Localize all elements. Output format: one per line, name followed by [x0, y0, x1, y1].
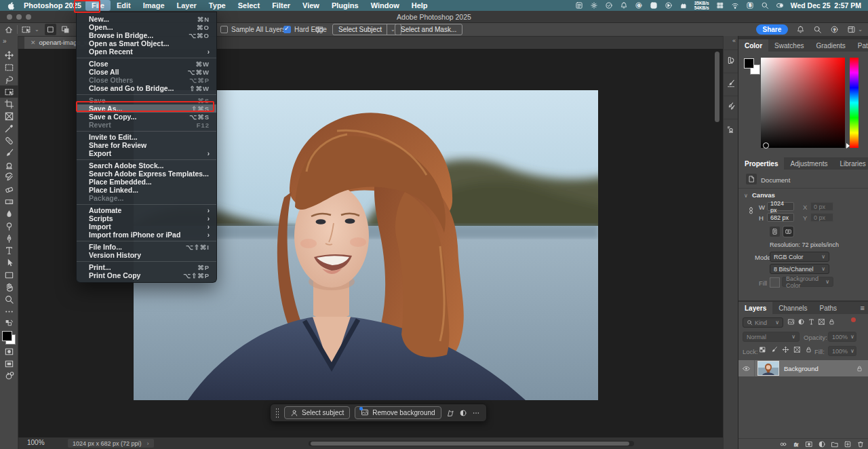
file-menu-item-close-all[interactable]: Close All⌥⌘W — [77, 68, 216, 76]
lock-brush-icon[interactable] — [770, 346, 778, 353]
file-menu-item-share-for-review[interactable]: Share for Review — [77, 141, 216, 149]
file-menu-item-save-a-copy[interactable]: Save a Copy...⌥⌘S — [77, 113, 216, 121]
document-info[interactable]: 1024 px x 682 px (72 ppi) › — [68, 439, 154, 448]
color-panel-swatches[interactable] — [744, 58, 760, 75]
opacity-select[interactable]: 100%∨ — [828, 332, 856, 342]
menubar-item-plugins[interactable]: Plugins — [326, 0, 365, 11]
blend-mode-select[interactable]: Normal∨ — [743, 332, 800, 342]
swap-colors-icon[interactable] — [5, 319, 14, 328]
file-menu-item-print[interactable]: Print...⌘P — [77, 263, 216, 271]
crop-tool[interactable] — [0, 98, 18, 110]
lock-frame-icon[interactable] — [793, 346, 801, 353]
clone-source-panel-button[interactable] — [724, 119, 738, 140]
folder-button[interactable] — [831, 440, 839, 448]
layer-lock-icon[interactable] — [856, 365, 863, 372]
menubar-item-window[interactable]: Window — [365, 0, 406, 11]
new-layer-button[interactable] — [844, 440, 852, 448]
quick-mask-button[interactable] — [4, 347, 14, 357]
file-menu-item-invite-to-edit[interactable]: Invite to Edit... — [77, 133, 216, 141]
toolbar-collapse-chevrons[interactable]: » — [3, 37, 7, 45]
link-layers-button[interactable] — [779, 440, 787, 448]
menubar-item-layer[interactable]: Layer — [171, 0, 203, 11]
layer-filter-select[interactable]: Kind∨ — [743, 317, 783, 328]
menubar-item-type[interactable]: Type — [203, 0, 232, 11]
taskbar-drag-handle[interactable] — [275, 408, 279, 418]
file-menu-item-import-from-iphone-or-ipad[interactable]: Import from iPhone or iPad› — [77, 231, 216, 239]
select-subject-taskbar-button[interactable]: Select subject — [284, 406, 350, 419]
object-selection-tool[interactable] — [0, 85, 18, 98]
lock-lock-icon[interactable] — [805, 346, 812, 353]
hue-slider-marker[interactable] — [846, 143, 850, 149]
brush-tool[interactable] — [0, 147, 18, 159]
file-menu-item-automate[interactable]: Automate› — [77, 206, 216, 214]
properties-tab-libraries[interactable]: Libraries — [834, 157, 868, 170]
close-tab-icon[interactable]: ✕ — [31, 39, 36, 46]
path-selection-tool[interactable] — [0, 256, 18, 269]
file-menu-item-close[interactable]: Close⌘W — [77, 60, 216, 68]
zoom-tool[interactable] — [0, 293, 18, 305]
file-menu-item-scripts[interactable]: Scripts› — [77, 214, 216, 222]
layer-fill-select[interactable]: 100%∨ — [828, 346, 856, 356]
settings-flower-icon[interactable] — [590, 1, 598, 9]
user-toggle-icon[interactable] — [776, 1, 784, 9]
menubar-item-view[interactable]: View — [296, 0, 326, 11]
link-dimensions-icon[interactable] — [747, 206, 755, 215]
tool-preset-picker[interactable]: ⌄ — [21, 23, 39, 36]
layer-row[interactable]: Background — [738, 360, 868, 376]
menu-bar-clock[interactable]: Wed Dec 25 2:57 PM — [791, 1, 861, 9]
fill-color-select[interactable]: Background Color∨ — [782, 277, 833, 287]
spot-healing-brush-tool[interactable] — [0, 134, 18, 147]
hand-tool[interactable] — [0, 281, 18, 293]
filter-adjustment-icon[interactable] — [797, 318, 805, 326]
home-button[interactable] — [4, 23, 14, 36]
file-menu-item-save-as[interactable]: Save As...⇧⌘S — [77, 104, 216, 113]
lock-move-icon[interactable] — [782, 346, 789, 353]
menubar-item-help[interactable]: Help — [406, 0, 434, 11]
filter-lock-icon[interactable] — [828, 318, 835, 326]
check-circle-icon[interactable] — [605, 1, 613, 9]
menubar-item-image[interactable]: Image — [137, 0, 171, 11]
hue-slider[interactable] — [850, 58, 859, 148]
search-icon[interactable] — [761, 1, 769, 9]
sample-all-layers-checkbox[interactable]: Sample All Layers — [220, 23, 285, 36]
clone-stamp-tool[interactable] — [0, 159, 18, 171]
new-selection-mode-button[interactable] — [45, 24, 56, 35]
workspace-switcher[interactable]: ⌄ — [847, 25, 863, 34]
brush-settings-panel-button[interactable] — [724, 73, 738, 94]
canvas-section-chevron-icon[interactable]: ∨ — [744, 193, 748, 199]
layer-visibility-eye-icon[interactable] — [742, 364, 751, 373]
filter-image-icon[interactable] — [787, 318, 795, 326]
history-brush-tool[interactable] — [0, 171, 18, 183]
filter-frame-icon[interactable] — [818, 318, 825, 326]
wifi-icon[interactable] — [731, 1, 739, 9]
file-menu-item-new[interactable]: New...⌘N — [77, 15, 216, 23]
color-tab-swatches[interactable]: Swatches — [768, 39, 810, 52]
feedback-button[interactable] — [315, 23, 324, 36]
brushes-panel-button[interactable] — [724, 96, 738, 117]
add-selection-mode-button[interactable] — [60, 24, 71, 35]
file-menu-item-file-info[interactable]: File Info...⌥⇧⌘I — [77, 243, 216, 251]
file-menu-item-open[interactable]: Open...⌘O — [77, 23, 216, 31]
mask-button[interactable] — [805, 440, 813, 448]
landscape-orientation-button[interactable] — [783, 227, 793, 237]
layer-thumbnail[interactable] — [757, 361, 779, 376]
portrait-orientation-button[interactable] — [770, 227, 780, 237]
layers-tab-channels[interactable]: Channels — [772, 302, 813, 314]
file-menu-item-place-embedded[interactable]: Place Embedded... — [77, 178, 216, 186]
dodge-tool[interactable] — [0, 220, 18, 232]
select-subject-button[interactable]: Select Subject ⌄ — [332, 24, 401, 35]
color-field[interactable] — [761, 58, 845, 148]
pen-tool[interactable] — [0, 232, 18, 244]
menubar-item-filter[interactable]: Filter — [266, 0, 296, 11]
adjustments-icon[interactable] — [459, 409, 467, 417]
menubar-item-edit[interactable]: Edit — [111, 0, 137, 11]
search-icon[interactable] — [813, 25, 822, 34]
height-input[interactable]: 682 px — [767, 213, 794, 222]
play-circle-icon[interactable] — [665, 1, 673, 9]
fill-swatch[interactable] — [770, 277, 780, 288]
app-menu-name[interactable]: Photoshop 2025 — [24, 1, 81, 9]
x-input[interactable]: 0 px — [810, 202, 833, 211]
vertical-scrollbar-thumb[interactable] — [715, 52, 719, 122]
eyedropper-tool[interactable] — [0, 122, 18, 134]
lasso-tool[interactable] — [0, 73, 18, 85]
